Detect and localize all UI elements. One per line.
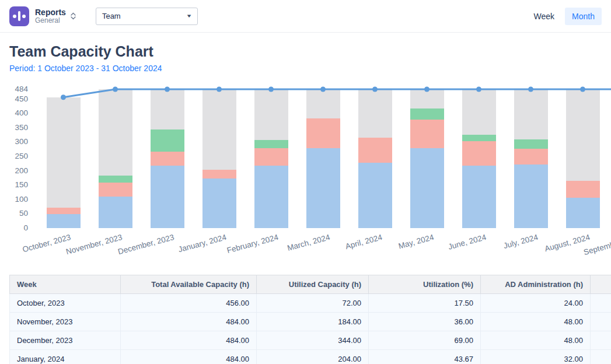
table-row: November, 2023484.00184.0036.0048.00 (10, 313, 611, 331)
table-cell: 484.00 (121, 331, 257, 350)
y-axis-label: 150 (0, 180, 28, 189)
table-cell: October, 2023 (10, 294, 121, 313)
line-point (165, 87, 170, 92)
table-cell: 344.00 (257, 331, 369, 350)
period-toggle: Week Month (527, 8, 602, 25)
y-axis-label: 50 (0, 209, 28, 218)
table-cell-cutoff (591, 350, 611, 364)
x-axis-label: March, 2024 (287, 233, 331, 253)
table-cell: 24.00 (481, 294, 591, 313)
app-switcher[interactable]: Reports General (35, 8, 66, 25)
x-axis-label: April, 2024 (344, 233, 383, 251)
table-cell: 43.67 (369, 350, 481, 364)
top-bar: Reports General Team ▼ Week Month (0, 0, 611, 33)
reports-logo-icon (13, 15, 16, 18)
team-dropdown[interactable]: Team ▼ (96, 8, 198, 25)
line-point (217, 87, 222, 92)
line-point (424, 87, 430, 92)
y-axis-label: 400 (0, 108, 28, 117)
y-axis-label: 200 (0, 166, 28, 175)
team-capacity-chart: 050100150200250300350400450484 October, … (0, 81, 611, 263)
line-point (113, 87, 118, 92)
table-cell: 32.00 (481, 350, 591, 364)
line-point (372, 87, 378, 92)
table-cell-cutoff (591, 294, 611, 313)
capacity-table: WeekTotal Available Capacity (h)Utilized… (9, 275, 611, 364)
x-axis-label: June, 2024 (447, 233, 487, 251)
capacity-line (37, 89, 611, 228)
table-cell: 484.00 (121, 350, 257, 364)
y-axis-label: 450 (0, 94, 28, 103)
line-point (476, 87, 481, 92)
table-cell: 48.00 (481, 313, 591, 331)
period-subtitle: Period: 1 October 2023 - 31 October 2024 (9, 64, 611, 73)
line-point (61, 94, 66, 100)
column-header-cutoff (591, 275, 611, 294)
x-axis-label: May, 2024 (398, 233, 435, 251)
line-point (528, 87, 533, 92)
table-row: October, 2023456.0072.0017.5024.00 (10, 294, 611, 313)
x-axis-label: February, 2024 (226, 233, 279, 255)
reports-logo-icon (22, 15, 26, 18)
y-axis-label: 250 (0, 152, 28, 160)
column-header: Week (10, 275, 121, 294)
y-axis-label: 350 (0, 123, 28, 132)
table-cell: November, 2023 (10, 313, 121, 331)
chart-plot-area: October, 2023November, 2023December, 202… (37, 89, 611, 228)
y-axis-label: 100 (0, 195, 28, 204)
table-header-row: WeekTotal Available Capacity (h)Utilized… (10, 275, 611, 294)
expand-chevrons-icon[interactable] (71, 12, 76, 20)
column-header: AD Administration (h) (481, 275, 591, 294)
month-button[interactable]: Month (565, 8, 602, 25)
reports-logo-icon (18, 11, 20, 21)
line-point (580, 87, 585, 92)
app-logo (9, 6, 29, 26)
y-axis: 050100150200250300350400450484 (0, 89, 30, 228)
line-point (268, 87, 274, 92)
table-cell: 69.00 (369, 331, 481, 350)
table-cell: 456.00 (121, 294, 257, 313)
x-axis-label: July, 2024 (502, 233, 539, 250)
x-axis-label: January, 2024 (177, 233, 228, 254)
table-cell-cutoff (591, 313, 611, 331)
table-cell-cutoff (591, 331, 611, 350)
team-dropdown-value: Team (102, 12, 121, 20)
table-cell: 184.00 (257, 313, 369, 331)
table-cell: 72.00 (257, 294, 369, 313)
table-cell: 36.00 (369, 313, 481, 331)
line-point (320, 87, 326, 92)
week-button[interactable]: Week (527, 8, 562, 25)
y-axis-label: 0 (0, 223, 28, 232)
app-subtitle: General (35, 17, 66, 25)
app-title: Reports (35, 8, 66, 17)
x-axis-label: November, 2023 (65, 233, 124, 256)
column-header: Utilization (%) (369, 275, 481, 294)
column-header: Total Available Capacity (h) (121, 275, 257, 294)
table-row: December, 2023484.00344.0069.0048.00 (10, 331, 611, 350)
table-cell: 17.50 (369, 294, 481, 313)
table-cell: 204.00 (257, 350, 369, 364)
table-cell: December, 2023 (10, 331, 121, 350)
page-title: Team Capacity Chart (9, 43, 611, 60)
x-axis-label: October, 2023 (22, 233, 72, 254)
table-cell: 48.00 (481, 331, 591, 350)
column-header: Utilized Capacity (h) (257, 275, 369, 294)
x-axis-label: December, 2023 (117, 233, 176, 256)
y-axis-label: 300 (0, 137, 28, 146)
table-cell: January, 2024 (10, 350, 121, 364)
table-row: January, 2024484.00204.0043.6732.00 (10, 350, 611, 364)
table-cell: 484.00 (121, 313, 257, 331)
y-axis-label: 484 (0, 85, 28, 93)
chevron-down-icon: ▼ (186, 13, 192, 19)
